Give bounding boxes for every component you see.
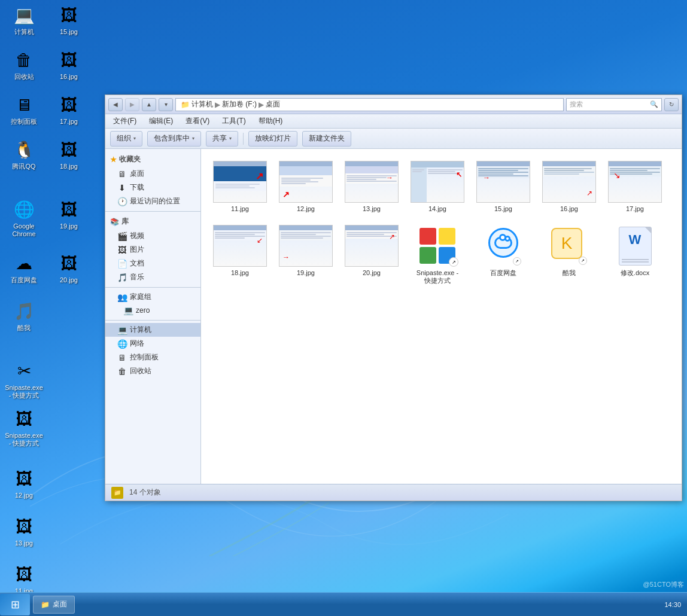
forward-button[interactable]: ▶ (125, 98, 139, 111)
sidebar-homegroup[interactable]: 👥 家庭组 (105, 290, 200, 304)
refresh-button[interactable]: ↻ (664, 98, 679, 111)
file-item-17jpg[interactable]: ↘ 17.jpg (605, 158, 665, 216)
sidebar-images[interactable]: 🖼 图片 (105, 243, 200, 257)
sidebar-video[interactable]: 🎬 视频 (105, 229, 200, 243)
sidebar-docs[interactable]: 📄 文档 (105, 257, 200, 270)
share-arrow: ▾ (229, 136, 232, 141)
file-item-11jpg[interactable]: ↗ 11.jpg (210, 158, 270, 216)
file-thumb-13jpg: → (345, 161, 399, 203)
address-field[interactable]: 📁 计算机 ▶ 新加卷 (F:) ▶ 桌面 (175, 98, 564, 111)
file-item-18jpg[interactable]: ↙ 18.jpg (210, 222, 270, 288)
desktop-icon-qq[interactable]: 🐧 腾讯QQ (3, 138, 45, 170)
desktop-icon-img14[interactable]: 🖼 11.jpg (3, 562, 45, 595)
menu-help[interactable]: 帮助(H) (254, 115, 288, 127)
desktop-icon-img19[interactable]: 🖼 19.jpg (48, 197, 90, 230)
file-item-kumi[interactable]: K ↗ 酷我 (539, 222, 599, 288)
computer-icon: 💻 (12, 3, 36, 27)
dropdown-button[interactable]: ▾ (159, 98, 173, 111)
desktop-icon-img11[interactable]: 🖼 13.jpg (3, 514, 45, 547)
sidebar-controlpanel[interactable]: 🖥 控制面板 (105, 350, 200, 364)
desktop-icon-snipaste[interactable]: ✂ Snipaste.exe- 快捷方式 (3, 359, 45, 400)
img15-label: 15.jpg (60, 28, 78, 36)
control-panel-icon: 🖥 (12, 93, 36, 117)
status-bar: 📁 14 个对象 (105, 484, 682, 501)
desktop-icon-chrome[interactable]: 🌐 GoogleChrome (3, 197, 45, 238)
new-folder-button[interactable]: 新建文件夹 (302, 131, 351, 147)
desktop-icon-baidupan[interactable]: ☁ 百度网盘 (3, 251, 45, 284)
sidebar-music[interactable]: 🎵 音乐 (105, 270, 200, 284)
search-placeholder: 搜索 (570, 100, 583, 109)
menu-file[interactable]: 文件(F) (108, 115, 141, 127)
file-item-19jpg[interactable]: → 19.jpg (276, 222, 336, 288)
img16-label: 16.jpg (60, 73, 78, 81)
taskbar-explorer-button[interactable]: 📁 桌面 (33, 596, 75, 614)
sidebar-desktop[interactable]: 🖥 桌面 (105, 167, 200, 181)
file-label-13jpg: 13.jpg (363, 205, 381, 213)
file-item-snipaste[interactable]: ↗ Snipaste.exe -快捷方式 (408, 222, 467, 288)
file-item-16jpg[interactable]: ↗ 16.jpg (539, 158, 599, 216)
desktop-icon-kumi[interactable]: 🎵 酷我 (3, 299, 45, 332)
file-item-15jpg[interactable]: → 15.jpg (473, 158, 533, 216)
file-label-baidupan: 百度网盘 (490, 269, 516, 277)
desktop-icon-img12[interactable]: 🖼 Snipaste.exe - 快捷方式 (3, 407, 45, 447)
sidebar-recyclebin[interactable]: 🗑 回收站 (105, 364, 200, 378)
back-button[interactable]: ◀ (108, 98, 123, 111)
img18-icon: 🖼 (57, 138, 81, 161)
file-item-docx[interactable]: W 修改.docx (605, 222, 665, 288)
file-item-12jpg[interactable]: ↗ 12.jpg (276, 158, 336, 216)
address-breadcrumb: 📁 计算机 ▶ 新加卷 (F:) ▶ 桌面 (181, 99, 280, 109)
computer-sidebar-icon: 💻 (117, 325, 127, 335)
desktop-icon-computer[interactable]: 💻 计算机 (3, 3, 45, 36)
start-button[interactable]: ⊞ (0, 594, 30, 615)
desktop-icon-recycle[interactable]: 🗑 回收站 (3, 48, 45, 81)
sidebar-recent[interactable]: 🕐 最近访问的位置 (105, 194, 200, 208)
desktop-icon-control[interactable]: 🖥 控制面板 (3, 93, 45, 126)
favorites-header: ★ 收藏夹 (105, 152, 200, 167)
computer-sidebar-label: 计算机 (130, 325, 151, 335)
organize-button[interactable]: 组织 ▾ (110, 131, 142, 147)
thumb-19-content: → (279, 225, 332, 266)
sidebar-network[interactable]: 🌐 网络 (105, 337, 200, 350)
zero-icon: 💻 (123, 306, 133, 315)
include-library-button[interactable]: 包含到库中 ▾ (147, 131, 201, 147)
thumb-12-content: ↗ (279, 161, 332, 202)
favorites-star-icon: ★ (110, 155, 117, 164)
desktop-icon-img16[interactable]: 🖼 16.jpg (48, 48, 90, 81)
music-icon: 🎵 (117, 273, 127, 282)
slideshow-label: 放映幻灯片 (255, 133, 291, 144)
clock-time: 14:30 (664, 601, 681, 608)
file-item-14jpg[interactable]: ↖ 14.jpg (408, 158, 467, 216)
desktop-icon-img13[interactable]: 🖼 12.jpg (3, 466, 45, 499)
search-box[interactable]: 搜索 🔍 (566, 98, 662, 111)
desktop-icon-img15[interactable]: 🖼 15.jpg (48, 3, 90, 36)
sidebar-zero[interactable]: 💻 zero (105, 304, 200, 317)
thumb-15-content: → (477, 161, 530, 202)
breadcrumb-part2: 新加卷 (F:) (222, 99, 257, 109)
slideshow-button[interactable]: 放映幻灯片 (248, 131, 297, 147)
recycle-icon: 🗑 (12, 48, 36, 72)
img16-icon: 🖼 (57, 48, 81, 72)
organize-label: 组织 (117, 133, 131, 144)
download-icon: ⬇ (117, 183, 127, 193)
desktop-icon-img17[interactable]: 🖼 17.jpg (48, 93, 90, 126)
sidebar-computer[interactable]: 💻 计算机 (105, 323, 200, 337)
menu-tools[interactable]: 工具(T) (217, 115, 250, 127)
file-item-baidupan[interactable]: ↗ 百度网盘 (473, 222, 533, 288)
library-icon: 📚 (110, 218, 119, 226)
menu-view[interactable]: 查看(V) (181, 115, 214, 127)
share-button[interactable]: 共享 ▾ (206, 131, 238, 147)
desktop-icon-img20[interactable]: 🖼 20.jpg (48, 251, 90, 284)
search-icon: 🔍 (650, 100, 658, 108)
file-thumb-11jpg: ↗ (213, 161, 267, 203)
desktop-icon-img18[interactable]: 🖼 18.jpg (48, 138, 90, 170)
file-item-20jpg[interactable]: ↗ 20.jpg (342, 222, 402, 288)
sidebar-download[interactable]: ⬇ 下载 (105, 181, 200, 194)
sidebar: ★ 收藏夹 🖥 桌面 ⬇ 下载 🕐 最近访问的位置 (105, 149, 201, 484)
up-button[interactable]: ▲ (142, 98, 156, 111)
menu-edit[interactable]: 编辑(E) (144, 115, 178, 127)
img15-icon: 🖼 (57, 3, 81, 27)
file-label-12jpg: 12.jpg (297, 205, 315, 213)
file-item-13jpg[interactable]: → 13.jpg (342, 158, 402, 216)
file-thumb-18jpg: ↙ (213, 225, 267, 267)
share-label: 共享 (212, 133, 227, 144)
